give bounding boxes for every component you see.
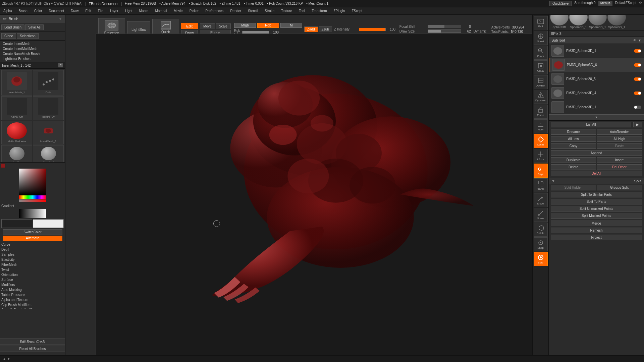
- subtool-item-3[interactable]: PM3D_Sphere3D_4: [549, 86, 644, 100]
- menu-stencil[interactable]: Stencil: [247, 9, 259, 13]
- quicksave-button[interactable]: QuickSave: [549, 1, 572, 6]
- menu-transform[interactable]: Transform: [310, 9, 328, 13]
- m-button[interactable]: M: [280, 23, 302, 28]
- section-tablet[interactable]: Tablet Pressure: [0, 292, 65, 297]
- load-brush-button[interactable]: Load Brush: [1, 24, 24, 30]
- reset-all-brushes-button[interactable]: Reset All Brushes: [0, 346, 65, 352]
- side-btn-gxyz[interactable]: G Gxyz: [534, 164, 548, 178]
- side-btn-persp[interactable]: Persp: [534, 105, 548, 119]
- section-orientation[interactable]: Orientation: [0, 272, 65, 277]
- merge-button[interactable]: Merge: [551, 221, 642, 226]
- subtool-toggle-4[interactable]: [634, 106, 641, 109]
- edit-brush-credit-button[interactable]: Edit Brush Credit: [0, 339, 65, 345]
- list-all-button[interactable]: List All: [551, 122, 631, 127]
- side-btn-rotate[interactable]: Rotate: [534, 223, 548, 237]
- split-section-title[interactable]: ▼ Split: [549, 178, 644, 184]
- duplicate-button[interactable]: Duplicate: [551, 157, 596, 163]
- append-button[interactable]: Append: [551, 150, 642, 156]
- section-twist[interactable]: Twist: [0, 267, 65, 272]
- subtool-header[interactable]: SubTool 👁 ▼: [549, 37, 644, 44]
- brush-item-dots[interactable]: Dots: [33, 70, 64, 96]
- z-intensity-bar[interactable]: [359, 28, 386, 31]
- brush-item-imm[interactable]: InsertMesh_1: [33, 121, 64, 144]
- remesh-button[interactable]: Remesh: [551, 228, 642, 233]
- section-elasticity[interactable]: Elasticity: [0, 257, 65, 262]
- side-btn-solo[interactable]: Solo: [534, 252, 548, 266]
- section-alpha[interactable]: Alpha and Texture: [0, 297, 65, 302]
- section-samples[interactable]: Samples: [0, 252, 65, 257]
- section-fibermesh[interactable]: FiberMesh: [0, 262, 65, 267]
- menu-file[interactable]: File: [97, 9, 105, 13]
- expand-icon[interactable]: ▼: [638, 39, 641, 42]
- create-insertmesh[interactable]: Create InsertMesh: [1, 41, 64, 46]
- rename-button[interactable]: Rename: [551, 129, 596, 135]
- side-btn-laxm[interactable]: LAxm: [534, 149, 548, 163]
- create-multi[interactable]: Create InsertMultiMesh: [1, 46, 64, 51]
- brush-item-insertmesh1[interactable]: InsertMesh_1: [1, 70, 32, 96]
- menu-alpha[interactable]: Alpha: [2, 9, 13, 13]
- seethrough-control[interactable]: See-through 0: [574, 1, 595, 6]
- menu-tool[interactable]: Tool: [298, 9, 306, 13]
- subtool-item-0[interactable]: PM3D_Sphere3D_1: [549, 44, 644, 58]
- section-modifiers[interactable]: Modifiers: [0, 282, 65, 287]
- copy-button[interactable]: Copy: [551, 143, 596, 149]
- brush-item-texture-off[interactable]: Texture_Off: [33, 96, 64, 120]
- side-btn-scale[interactable]: Scale: [534, 208, 548, 222]
- menu-movie[interactable]: Movie: [172, 9, 184, 13]
- menu-document[interactable]: Document: [48, 9, 66, 13]
- brush-item-mastpan[interactable]: MastPan: [1, 145, 32, 163]
- scroll-subtool-btn[interactable]: ▼: [549, 114, 644, 120]
- split-masked-button[interactable]: Split Masked Points: [551, 213, 642, 219]
- zadd-button[interactable]: Zadd: [304, 26, 318, 32]
- side-btn-floor[interactable]: Floor: [534, 119, 548, 133]
- side-btn-aahalf[interactable]: AAHalf: [534, 75, 548, 89]
- menu-picker[interactable]: Picker: [188, 9, 200, 13]
- side-btn-actual[interactable]: Actual: [534, 60, 548, 74]
- side-btn-scroll[interactable]: Scroll: [534, 31, 548, 45]
- menu-stroke[interactable]: Stroke: [263, 9, 276, 13]
- side-btn-frame[interactable]: Frame: [534, 178, 548, 192]
- subtool-toggle-3[interactable]: [634, 92, 641, 95]
- clone-button[interactable]: Clone: [1, 33, 16, 39]
- eye-icon[interactable]: 👁: [633, 39, 637, 42]
- auto-reorder-button[interactable]: AutoReorder: [597, 129, 642, 135]
- subtool-toggle-2[interactable]: [634, 77, 641, 81]
- save-as-button[interactable]: Save As: [25, 24, 44, 30]
- brush-item-material[interactable]: Matte Red Wax: [1, 121, 32, 144]
- brush-item-standard[interactable]: Standard: [33, 145, 64, 163]
- all-high-button[interactable]: All High: [597, 136, 642, 142]
- lightbox-brushes[interactable]: Lightbox» Brushes: [1, 56, 64, 61]
- selection-icon-button[interactable]: SelectIcon: [17, 33, 39, 39]
- menu-edit[interactable]: Edit: [84, 9, 93, 13]
- menu-texture[interactable]: Texture: [280, 9, 293, 13]
- menu-color[interactable]: Color: [33, 9, 44, 13]
- draw-size-bar[interactable]: [428, 29, 461, 33]
- subtool-toggle-0[interactable]: [634, 49, 641, 53]
- subtool-item-4[interactable]: PM3D_Sphere3D_1: [549, 100, 644, 114]
- subtool-item-2[interactable]: PM3D_Sphere20_5: [549, 72, 644, 86]
- del-all-button[interactable]: Del All: [551, 171, 642, 176]
- menu-brush[interactable]: Brush: [17, 9, 29, 13]
- del-other-button[interactable]: Del Other: [597, 164, 642, 170]
- menu-preferences[interactable]: Preferences: [204, 9, 225, 13]
- settings-icon[interactable]: ⚙: [639, 1, 642, 6]
- section-clip[interactable]: Clip Brush Modifiers: [0, 302, 65, 307]
- menu-material[interactable]: Material: [154, 9, 168, 13]
- brush-item-alpha-off[interactable]: Alpha_Off: [1, 96, 32, 120]
- black-swatch[interactable]: [1, 219, 32, 228]
- subtool-toggle-1[interactable]: [634, 63, 641, 67]
- focal-shift-bar[interactable]: [428, 25, 461, 28]
- brush-expand-icon[interactable]: ▼: [58, 16, 62, 21]
- section-smooth[interactable]: Smooth Brush Modifiers: [0, 307, 65, 309]
- section-auto-masking[interactable]: Auto Masking: [0, 287, 65, 292]
- zsub-button[interactable]: Zsub: [319, 26, 332, 32]
- menus-button[interactable]: Menus: [598, 1, 612, 6]
- side-btn-move[interactable]: Move: [534, 193, 548, 207]
- all-low-button[interactable]: All Low: [551, 136, 596, 142]
- menu-light[interactable]: Light: [124, 9, 134, 13]
- menu-macro[interactable]: Macro: [138, 9, 150, 13]
- mrgb-button[interactable]: Mrgb: [234, 23, 256, 28]
- project-button[interactable]: Project: [551, 235, 642, 240]
- white-swatch[interactable]: [33, 219, 64, 228]
- insert-button[interactable]: Insert: [597, 157, 642, 163]
